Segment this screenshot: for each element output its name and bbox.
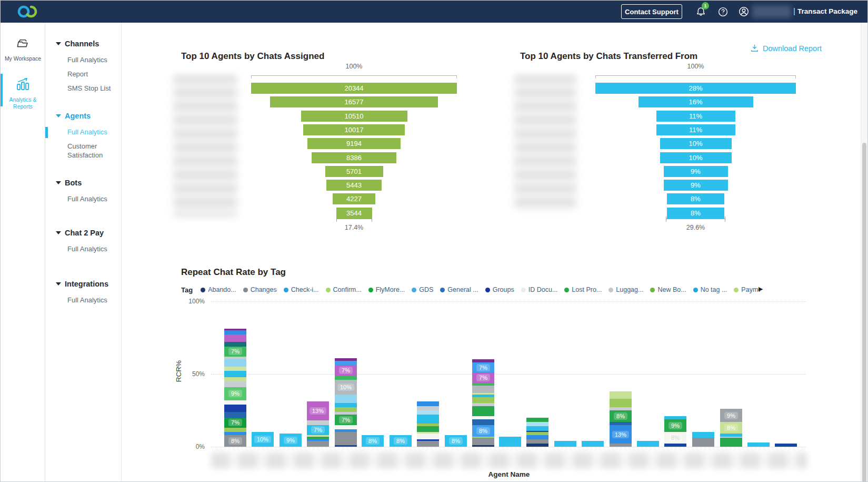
vertical-scrollbar[interactable] — [861, 23, 867, 482]
legend-item-paymen-[interactable]: Paymen... — [734, 286, 760, 293]
bar-segment[interactable] — [499, 437, 521, 447]
funnel-bar[interactable]: 8386 — [312, 152, 396, 163]
bar-segment[interactable] — [554, 441, 576, 447]
sidebar-item-full-analytics[interactable]: Full Analytics — [45, 55, 121, 64]
bar-segment[interactable] — [224, 367, 246, 371]
sidebar-item-full-analytics[interactable]: Full Analytics — [45, 194, 121, 203]
funnel-bar[interactable]: 28% — [595, 83, 796, 94]
bar-segment[interactable] — [224, 357, 246, 360]
legend-item-confirm-[interactable]: Confirm... — [326, 286, 362, 293]
bar-segment[interactable] — [335, 429, 357, 432]
bar-segment[interactable] — [637, 441, 659, 447]
bar-segment[interactable] — [417, 401, 439, 406]
bar-segment[interactable] — [335, 361, 357, 365]
funnel-bar[interactable]: 5701 — [325, 166, 383, 177]
bar-segment[interactable] — [417, 432, 439, 434]
legend-item-new-bo-[interactable]: New Bo... — [650, 286, 686, 293]
bar-segment[interactable] — [747, 442, 770, 447]
bar-segment[interactable]: 8% — [610, 410, 632, 422]
bar-segment[interactable] — [417, 439, 439, 441]
nav-analytics-reports[interactable]: Analytics & Reports — [1, 77, 45, 110]
bar-segment[interactable] — [472, 403, 494, 406]
bar-segment[interactable] — [224, 412, 246, 418]
bar-segment[interactable] — [472, 406, 494, 416]
sidebar-section-chat-2-pay[interactable]: Chat 2 Pay — [45, 229, 121, 239]
help-icon[interactable] — [716, 5, 729, 18]
funnel-bar[interactable]: 16577 — [270, 96, 438, 107]
funnel-bar[interactable]: 10% — [660, 152, 732, 163]
legend-item-check-i-[interactable]: Check-i... — [284, 286, 319, 293]
bar-segment[interactable] — [224, 381, 246, 387]
sidebar-section-agents[interactable]: Agents — [45, 112, 121, 122]
funnel-bar[interactable]: 5443 — [326, 180, 382, 191]
contact-support-button[interactable]: Contact Support — [621, 4, 682, 19]
funnel-bar[interactable]: 11% — [656, 124, 735, 135]
bar-segment[interactable] — [472, 416, 494, 419]
bar-segment[interactable] — [417, 426, 439, 432]
bar-segment[interactable]: 7% — [307, 425, 329, 435]
legend-item-general-[interactable]: General ... — [440, 286, 478, 293]
bar-segment[interactable] — [417, 406, 439, 410]
bar-segment[interactable] — [335, 412, 357, 415]
legend-item-changes[interactable]: Changes — [243, 286, 277, 293]
legend-item-luggag-[interactable]: Luggag... — [608, 286, 643, 293]
bar-segment[interactable] — [526, 439, 548, 444]
legend-item-flymore-[interactable]: FlyMore... — [368, 286, 405, 293]
bar-segment[interactable] — [526, 422, 548, 426]
bar-segment[interactable]: 9% — [280, 434, 302, 447]
bar-segment[interactable] — [307, 441, 329, 447]
bar-segment[interactable] — [720, 438, 742, 447]
account-profile-icon[interactable] — [737, 5, 750, 18]
bar-segment[interactable] — [417, 441, 439, 447]
bar-segment[interactable] — [307, 439, 329, 441]
bar-segment[interactable] — [472, 445, 494, 447]
funnel-bar[interactable]: 10% — [660, 138, 732, 149]
bar-segment[interactable] — [610, 399, 632, 408]
bar-segment[interactable] — [472, 397, 494, 403]
bar-segment[interactable] — [417, 424, 439, 427]
download-report-link[interactable]: Download Report — [750, 44, 822, 53]
legend-next-page-icon[interactable]: ▶ — [759, 286, 763, 292]
bar-segment[interactable] — [610, 422, 632, 425]
bar-segment[interactable] — [224, 329, 246, 330]
bar-segment[interactable] — [526, 432, 548, 435]
legend-item-abando-[interactable]: Abando... — [201, 286, 236, 293]
bar-segment[interactable] — [692, 438, 714, 447]
bar-segment[interactable]: 7% — [472, 362, 494, 372]
sidebar-section-bots[interactable]: Bots — [45, 179, 121, 189]
bar-segment[interactable]: 8% — [390, 435, 412, 447]
bar-segment[interactable] — [224, 359, 246, 367]
bar-segment[interactable] — [472, 419, 494, 425]
bar-segment[interactable] — [472, 393, 494, 395]
bar-segment[interactable] — [664, 444, 686, 447]
bar-segment[interactable]: 9% — [224, 387, 246, 400]
bar-segment[interactable] — [610, 391, 632, 399]
bar-segment[interactable] — [720, 434, 742, 437]
bar-segment[interactable]: 13% — [307, 401, 329, 420]
bar-segment[interactable]: 7% — [335, 415, 357, 425]
nav-my-workspace[interactable]: My Workspace — [1, 36, 45, 62]
funnel-bar[interactable]: 11% — [656, 111, 735, 122]
funnel-bar[interactable]: 10017 — [303, 124, 405, 135]
bar-segment[interactable] — [335, 445, 357, 447]
bar-segment[interactable] — [417, 410, 439, 415]
legend-item-lost-pro-[interactable]: Lost Pro... — [564, 286, 602, 293]
bar-segment[interactable] — [610, 407, 632, 410]
bar-segment[interactable] — [526, 444, 548, 447]
sidebar-item-full-analytics[interactable]: Full Analytics — [45, 296, 121, 304]
bar-segment[interactable] — [610, 444, 632, 447]
bar-segment[interactable] — [335, 432, 357, 445]
bar-segment[interactable] — [335, 395, 357, 404]
bar-segment[interactable] — [224, 432, 246, 435]
bar-segment[interactable] — [526, 435, 548, 439]
bar-segment[interactable] — [472, 386, 494, 393]
bar-segment[interactable] — [582, 441, 604, 447]
sidebar-section-channels[interactable]: Channels — [45, 40, 121, 50]
bar-segment[interactable]: 7% — [224, 347, 246, 357]
bar-segment[interactable]: 10% — [252, 432, 274, 447]
bar-segment[interactable] — [224, 342, 246, 346]
bar-segment[interactable] — [224, 405, 246, 412]
funnel-bar[interactable]: 16% — [638, 96, 753, 107]
bar-segment[interactable]: 8% — [664, 432, 686, 444]
bar-segment[interactable] — [720, 437, 742, 438]
